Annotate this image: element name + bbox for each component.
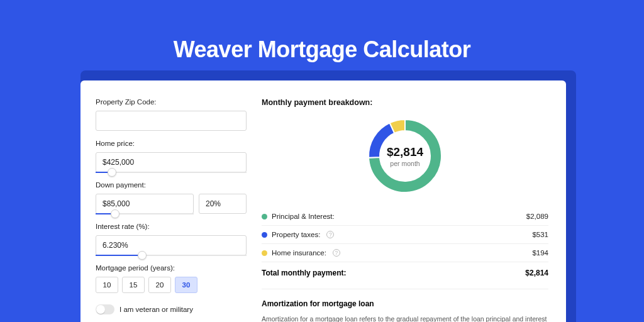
toggle-knob — [96, 305, 105, 314]
calculator-card: Property Zip Code: Home price: Down paym… — [80, 80, 566, 322]
interest-rate-label: Interest rate (%): — [96, 223, 257, 230]
down-payment-field: Down payment: — [96, 181, 257, 214]
down-payment-amount-input[interactable] — [96, 194, 194, 214]
legend-row: Property taxes:?$531 — [262, 225, 548, 243]
slider-thumb[interactable] — [108, 168, 116, 177]
legend-value: $531 — [532, 231, 548, 238]
help-icon[interactable]: ? — [333, 249, 340, 257]
zip-field: Property Zip Code: — [96, 98, 257, 131]
inputs-column: Property Zip Code: Home price: Down paym… — [80, 80, 257, 322]
donut-sublabel: per month — [387, 160, 423, 167]
donut-chart: $2,814 per month — [262, 116, 548, 196]
period-option-15[interactable]: 15 — [122, 277, 145, 293]
breakdown-column: Monthly payment breakdown: $2,814 per mo… — [257, 80, 566, 322]
mortgage-period-label: Mortgage period (years): — [96, 264, 257, 272]
legend-label: Property taxes: — [272, 231, 320, 238]
breakdown-title: Monthly payment breakdown: — [262, 98, 548, 107]
veteran-label: I am veteran or military — [119, 306, 193, 313]
amortization-section: Amortization for mortgage loan Amortizat… — [262, 289, 548, 322]
home-price-label: Home price: — [96, 140, 257, 147]
amortization-body: Amortization for a mortgage loan refers … — [262, 314, 548, 322]
legend-dot — [262, 232, 267, 238]
legend-dot — [262, 214, 267, 219]
veteran-row: I am veteran or military — [96, 304, 257, 314]
legend-row: Home insurance:?$194 — [262, 243, 548, 262]
home-price-input[interactable] — [96, 152, 247, 172]
total-value: $2,814 — [525, 269, 548, 277]
donut-center: $2,814 per month — [387, 145, 423, 167]
veteran-toggle[interactable] — [96, 304, 114, 314]
legend-label: Home insurance: — [272, 249, 326, 257]
total-label: Total monthly payment: — [262, 269, 346, 277]
down-payment-percent-input[interactable] — [199, 194, 247, 214]
interest-rate-input[interactable] — [96, 235, 247, 255]
legend-row: Principal & Interest:$2,089 — [262, 208, 548, 225]
interest-rate-field: Interest rate (%): — [96, 223, 257, 255]
period-option-10[interactable]: 10 — [96, 277, 118, 293]
legend-value: $194 — [532, 249, 548, 257]
zip-label: Property Zip Code: — [96, 98, 257, 106]
down-payment-label: Down payment: — [96, 181, 257, 189]
zip-input[interactable] — [96, 111, 247, 131]
total-row: Total monthly payment: $2,814 — [262, 262, 548, 286]
page-title: Weaver Mortgage Calculator — [0, 0, 644, 79]
legend-label: Principal & Interest: — [272, 213, 335, 220]
mortgage-period-field: Mortgage period (years): 10152030 — [96, 264, 257, 293]
slider-thumb[interactable] — [111, 209, 119, 218]
period-option-30[interactable]: 30 — [175, 277, 197, 293]
home-price-field: Home price: — [96, 140, 257, 172]
amortization-title: Amortization for mortgage loan — [262, 299, 548, 308]
legend-dot — [262, 250, 267, 256]
donut-amount: $2,814 — [387, 145, 423, 159]
slider-thumb[interactable] — [138, 251, 147, 260]
help-icon[interactable]: ? — [326, 231, 334, 238]
legend-value: $2,089 — [526, 213, 548, 220]
period-option-20[interactable]: 20 — [148, 277, 171, 293]
